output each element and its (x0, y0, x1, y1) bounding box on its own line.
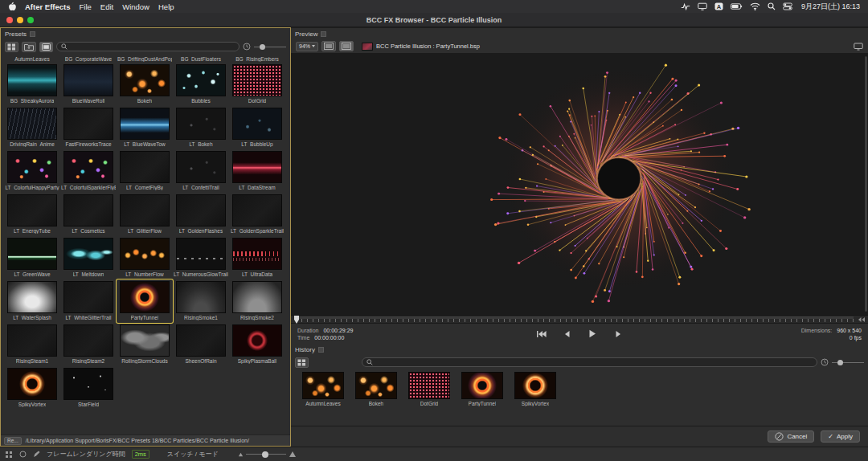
preset-item[interactable]: LT_ColorfulHappyParty (4, 149, 60, 193)
step-forward-button[interactable] (611, 328, 625, 339)
preset-item[interactable]: LT_EnergyTube (4, 193, 60, 236)
menu-help[interactable]: Help (158, 2, 174, 11)
history-item[interactable]: SpikyVortex (513, 372, 558, 426)
spotlight-icon[interactable] (768, 2, 776, 10)
zoom-window-button[interactable] (27, 17, 34, 23)
menu-window[interactable]: Window (122, 2, 149, 11)
preset-item[interactable]: LT_WhiteGlitterTrail (60, 279, 117, 323)
preset-item[interactable]: LT_NumerousGlowTrail (173, 236, 229, 279)
battery-icon[interactable] (731, 3, 743, 10)
history-thumbnail-size-slider[interactable] (832, 358, 864, 366)
preset-item[interactable]: DotGrid (229, 63, 285, 106)
history-collapse-button[interactable] (318, 347, 324, 353)
activity-icon[interactable] (681, 2, 690, 10)
preview-collapse-button[interactable] (321, 31, 326, 37)
monitor-icon[interactable] (854, 43, 863, 51)
preset-item[interactable]: LT_Cosmetics (60, 193, 117, 236)
reveal-path-button[interactable]: Re... (4, 437, 22, 445)
preview-timeline[interactable] (291, 315, 868, 323)
preset-item[interactable]: RisingSmoke2 (229, 279, 285, 323)
go-to-start-button[interactable] (534, 328, 548, 339)
source-view-button[interactable] (321, 41, 336, 51)
history-item[interactable]: AutumnLeaves (301, 372, 346, 426)
preset-item[interactable]: LT_CometFlyBy (117, 149, 173, 193)
menu-file[interactable]: File (80, 2, 92, 11)
parent-folder-button[interactable] (22, 42, 36, 52)
preset-item[interactable]: FastFireworksTrace (60, 106, 117, 149)
window-titlebar[interactable]: BCC FX Browser - BCC Particle Illusion (0, 13, 868, 27)
preset-item[interactable]: RisingSmoke1 (173, 279, 229, 323)
menu-edit[interactable]: Edit (100, 2, 113, 11)
switches-label[interactable]: スイッチ / モード (167, 450, 219, 459)
history-grid-view-button[interactable] (295, 357, 309, 368)
recent-searches-icon[interactable] (243, 43, 251, 51)
preset-item[interactable]: LT_UltraData (229, 236, 285, 279)
ae-circle-icon[interactable] (19, 451, 27, 458)
preset-item[interactable]: LT_Bokeh (173, 106, 229, 149)
timeline-zoom-slider[interactable] (238, 451, 297, 458)
history-item[interactable]: PartyTunnel (460, 372, 505, 426)
input-source-icon[interactable]: A (714, 2, 723, 10)
frame-render-value[interactable]: 2ms (132, 450, 149, 459)
preset-item[interactable]: LT_Meltdown (60, 236, 117, 279)
minimize-window-button[interactable] (17, 17, 23, 23)
recent-searches-icon[interactable] (821, 358, 829, 366)
preset-item[interactable]: RisingSteam2 (60, 323, 117, 366)
preset-item[interactable]: LT_GoldenFlashes (173, 193, 229, 236)
zoom-level-select[interactable]: 94% (296, 42, 318, 51)
preset-item[interactable]: BG_RisingEmbers (229, 55, 285, 63)
timeline-playhead[interactable] (294, 316, 299, 324)
preset-item[interactable]: AutumnLeaves (4, 55, 60, 63)
ae-grid-icon[interactable] (5, 451, 13, 459)
preset-item[interactable]: BG_StreakyAurora (4, 63, 60, 106)
presets-collapse-button[interactable] (30, 31, 35, 37)
thumbnail-size-slider[interactable] (254, 43, 286, 51)
preset-item[interactable]: LT_BlueWaveTow (117, 106, 173, 149)
preset-item[interactable]: Bubbles (173, 63, 229, 106)
preset-item[interactable]: RisingSteam1 (4, 323, 60, 366)
history-item[interactable]: Bokeh (354, 372, 399, 426)
preset-item[interactable]: LT_ColorfulSparklerFlyBy (60, 149, 117, 193)
preset-item[interactable]: BG_DriftingDustAndPop (117, 55, 173, 63)
preset-item[interactable]: LT_GoldenSparkleTrail (229, 193, 285, 236)
app-menu-title[interactable]: After Effects (25, 2, 71, 11)
preset-item[interactable]: StarField (60, 366, 117, 410)
menubar-clock[interactable]: 9月27日(土) 16:13 (801, 2, 860, 12)
preset-item[interactable]: BlueWaveRoll (60, 63, 117, 106)
preset-item[interactable]: LT_WaterSplash (4, 279, 60, 323)
preset-item[interactable]: Bokeh (117, 63, 173, 106)
preset-item[interactable]: PartyTunnel (117, 279, 173, 323)
preset-item[interactable]: SheenOfRain (173, 323, 229, 366)
preset-item[interactable]: LT_NumberFlow (117, 236, 173, 279)
step-back-button[interactable] (559, 328, 574, 339)
preset-item[interactable]: LT_GlitterFlow (117, 193, 173, 236)
effect-view-button[interactable] (339, 41, 354, 51)
history-search-input[interactable] (362, 357, 817, 367)
preset-item[interactable]: LT_DataStream (229, 149, 285, 193)
preset-item[interactable]: RollingStormClouds (117, 323, 173, 366)
apply-button[interactable]: ✓ Apply (821, 430, 860, 443)
timeline-zoom-knob[interactable] (262, 451, 268, 458)
close-window-button[interactable] (6, 17, 13, 23)
display-icon[interactable] (698, 2, 707, 10)
apple-icon[interactable] (8, 2, 16, 11)
preview-canvas[interactable] (291, 53, 868, 315)
wifi-icon[interactable] (750, 2, 760, 10)
preset-item[interactable]: BG_DustFloaters (173, 55, 229, 63)
preset-item[interactable]: SpikyVortex (4, 366, 60, 410)
presets-search-input[interactable] (56, 42, 240, 51)
ae-pen-icon[interactable] (33, 451, 40, 458)
play-button[interactable] (585, 328, 600, 339)
preview-scrollbar[interactable] (865, 56, 867, 312)
preset-item[interactable]: DrivingRain_Anime (4, 106, 60, 149)
preset-item[interactable]: SpikyPlasmaBall (229, 323, 285, 366)
preview-pane-toggle[interactable] (39, 42, 53, 52)
preset-item[interactable]: LT_BubbleUp (229, 106, 285, 149)
grid-view-button[interactable] (5, 42, 18, 52)
preset-item[interactable]: LT_GreenWave (4, 236, 60, 279)
control-center-icon[interactable] (783, 2, 792, 10)
history-item[interactable]: DotGrid (407, 372, 452, 426)
preset-item[interactable]: LT_ConfettiTrail (173, 149, 229, 193)
preset-item[interactable]: BG_CorporateWave (60, 55, 117, 63)
cancel-button[interactable]: Cancel (768, 430, 814, 443)
